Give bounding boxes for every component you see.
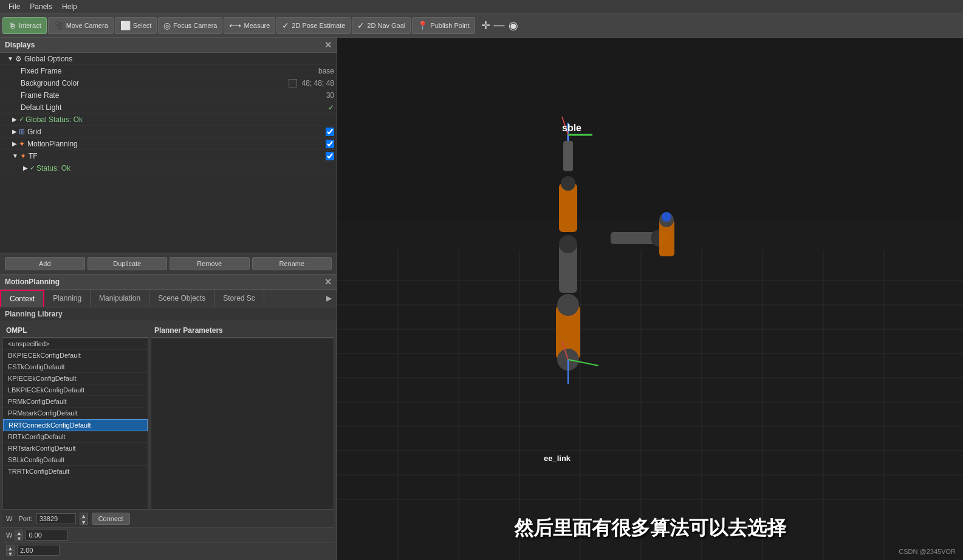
param-input-2[interactable] (17, 545, 60, 556)
motionplanning-row[interactable]: ▶ ✦ MotionPlanning (0, 138, 337, 150)
publish-point-button[interactable]: 📍 Publish Point (412, 17, 475, 34)
add-button[interactable]: Add (5, 257, 85, 270)
watermark: CSDN @2345VOR (899, 548, 956, 555)
param2-up-button[interactable]: ▲ (6, 545, 15, 550)
ompl-list[interactable]: <unspecified> BKPIECEkConfigDefault ESTk… (2, 338, 148, 510)
motion-icon: ✦ (19, 140, 25, 148)
grid-checkbox[interactable] (326, 128, 334, 136)
port-down-button[interactable]: ▼ (80, 519, 88, 525)
ompl-rrtconnect[interactable]: RRTConnectkConfigDefault (3, 419, 148, 431)
menu-panels[interactable]: Panels (25, 1, 57, 12)
focus-camera-label: Focus Camera (173, 22, 217, 29)
tab-scene-objects[interactable]: Scene Objects (149, 290, 214, 306)
global-status-row[interactable]: ▶ ✓ Global Status: Ok (0, 114, 337, 126)
pose-estimate-label: 2D Pose Estimate (292, 22, 345, 29)
measure-button[interactable]: ⟷ Measure (224, 17, 275, 34)
svg-point-27 (561, 176, 575, 191)
interact-button[interactable]: 🖱 Interact (2, 17, 47, 34)
ompl-est[interactable]: ESTkConfigDefault (3, 361, 148, 373)
nav-goal-label: 2D Nav Goal (367, 22, 405, 29)
tf-icon: ✦ (20, 152, 26, 160)
tf-status-arrow[interactable]: ▶ (23, 165, 28, 171)
planning-library-header: Planning Library (0, 307, 337, 321)
toolbar-plus-icon[interactable]: ✛ (481, 19, 490, 32)
tab-context[interactable]: Context (0, 290, 44, 307)
param-input-1[interactable] (26, 530, 68, 541)
rename-button[interactable]: Rename (252, 257, 332, 270)
publish-point-label: Publish Point (430, 22, 469, 29)
planning-library: OMPL <unspecified> BKPIECEkConfigDefault… (0, 321, 337, 560)
tf-label: TF (29, 152, 323, 160)
select-button[interactable]: ⬜ Select (115, 17, 157, 34)
tab-more-icon[interactable]: ▶ (321, 292, 337, 305)
global-status-arrow[interactable]: ▶ (12, 116, 17, 123)
fixed-frame-value: base (318, 67, 334, 75)
motion-tab-bar: Context Planning Manipulation Scene Obje… (0, 290, 337, 307)
displays-close-icon[interactable]: ✕ (324, 40, 332, 50)
nav-icon: ✓ (357, 21, 365, 30)
ompl-column: OMPL <unspecified> BKPIECEkConfigDefault… (2, 324, 148, 510)
param-row-2: ▲ ▼ (2, 542, 334, 558)
library-table: OMPL <unspecified> BKPIECEkConfigDefault… (2, 324, 334, 510)
global-options-arrow[interactable]: ▼ (7, 55, 13, 62)
ompl-bkpiece[interactable]: BKPIECEkConfigDefault (3, 350, 148, 361)
main-layout: Displays ✕ ▼ ⚙ Global Options Fixed Fram… (0, 38, 963, 560)
param1-up-button[interactable]: ▲ (15, 530, 23, 535)
port-label: Port: (18, 515, 32, 522)
remove-button[interactable]: Remove (170, 257, 250, 270)
pose-icon: ✓ (282, 21, 289, 30)
param1-down-button[interactable]: ▼ (15, 535, 23, 541)
tab-stored-sc[interactable]: Stored Sc (214, 290, 264, 306)
tf-arrow[interactable]: ▼ (12, 152, 18, 159)
grid-arrow[interactable]: ▶ (12, 128, 17, 135)
move-camera-button[interactable]: 🎥 Move Camera (48, 17, 114, 34)
motionplanning-checkbox[interactable] (326, 140, 334, 148)
connect-button[interactable]: Connect (92, 513, 130, 525)
params-column: Planner Parameters (151, 324, 334, 510)
ee-link-label: ee_link (544, 454, 571, 463)
pose-estimate-button[interactable]: ✓ 2D Pose Estimate (276, 17, 351, 34)
port-up-button[interactable]: ▲ (80, 513, 88, 519)
ompl-unspecified[interactable]: <unspecified> (3, 338, 148, 350)
motion-planning-panel: MotionPlanning ✕ Context Planning Manipu… (0, 275, 337, 560)
motion-panel-close-icon[interactable]: ✕ (324, 277, 332, 287)
menu-file[interactable]: File (4, 1, 25, 12)
param2-down-button[interactable]: ▼ (6, 550, 15, 556)
params-area (151, 338, 334, 510)
frame-rate-label: Frame Rate (21, 91, 324, 100)
port-input[interactable] (36, 513, 76, 524)
motionplanning-arrow[interactable]: ▶ (12, 140, 17, 147)
ompl-trrt[interactable]: TRRTkConfigDefault (3, 466, 148, 477)
svg-rect-1 (337, 220, 963, 560)
3d-viewport[interactable]: sble ee_link 然后里面有很多算法可以去选择 CSDN @2345VO… (337, 38, 963, 560)
planning-library-label: Planning Library (5, 310, 63, 318)
ompl-lbkpiece[interactable]: LBKPIECEkConfigDefault (3, 384, 148, 396)
tf-row[interactable]: ▼ ✦ TF (0, 150, 337, 162)
default-light-row: Default Light ✓ (0, 101, 337, 114)
default-light-value: ✓ (328, 103, 334, 112)
ompl-prmstar[interactable]: PRMstarkConfigDefault (3, 408, 148, 419)
focus-camera-button[interactable]: ◎ Focus Camera (158, 17, 222, 34)
ompl-rrt[interactable]: RRTkConfigDefault (3, 431, 148, 443)
ompl-prm[interactable]: PRMkConfigDefault (3, 396, 148, 408)
frame-rate-value: 30 (326, 91, 334, 100)
toolbar-minus-icon[interactable]: — (494, 19, 505, 32)
ompl-sbl[interactable]: SBLkConfigDefault (3, 454, 148, 466)
viewport-sble-label: sble (562, 123, 581, 134)
tf-checkbox[interactable] (326, 152, 334, 160)
svg-rect-28 (563, 141, 573, 171)
settings-icon: ⚙ (15, 55, 22, 63)
duplicate-button[interactable]: Duplicate (87, 257, 168, 270)
tf-status-label: Status: Ok (36, 164, 334, 172)
toolbar-circle-icon[interactable]: ◉ (509, 19, 518, 32)
tab-manipulation[interactable]: Manipulation (91, 290, 149, 306)
tab-planning[interactable]: Planning (44, 290, 91, 306)
ompl-kpiece[interactable]: KPIECEkConfigDefault (3, 373, 148, 384)
fixed-frame-label: Fixed Frame (21, 67, 316, 75)
grid-row[interactable]: ▶ ⊞ Grid (0, 126, 337, 138)
nav-goal-button[interactable]: ✓ 2D Nav Goal (352, 17, 411, 34)
ompl-rrtstar[interactable]: RRTstarkConfigDefault (3, 443, 148, 454)
global-options-row[interactable]: ▼ ⚙ Global Options (0, 53, 337, 65)
bg-color-label: Background Color (21, 79, 286, 87)
menu-help[interactable]: Help (57, 1, 82, 12)
